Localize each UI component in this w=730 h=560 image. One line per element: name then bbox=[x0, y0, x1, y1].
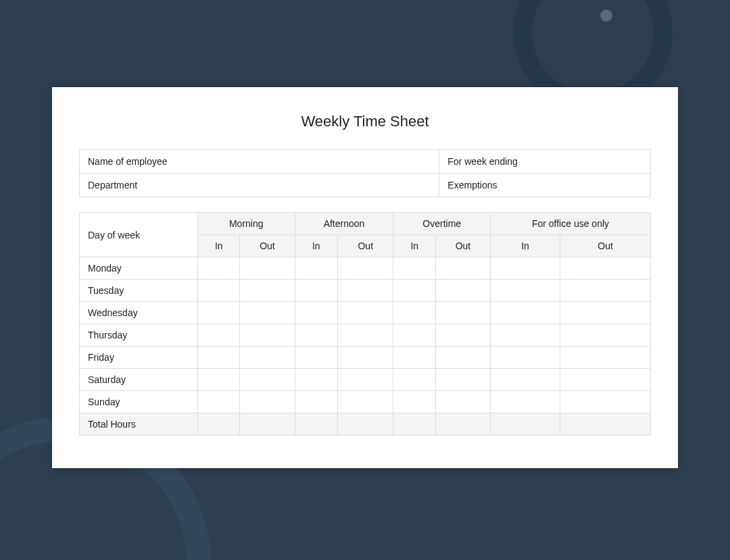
time-cell bbox=[240, 257, 295, 280]
total-row: Total Hours bbox=[80, 413, 651, 436]
timesheet-document: Weekly Time Sheet Name of employee For w… bbox=[52, 87, 678, 468]
total-cell bbox=[295, 413, 338, 436]
time-cell bbox=[393, 280, 435, 302]
time-cell bbox=[560, 302, 651, 324]
time-cell bbox=[490, 257, 560, 280]
time-cell bbox=[393, 347, 435, 369]
total-hours-label: Total Hours bbox=[80, 413, 198, 436]
office-use-header: For office use only bbox=[490, 213, 650, 235]
day-label: Thursday bbox=[80, 324, 198, 347]
day-label: Friday bbox=[80, 347, 198, 369]
total-cell bbox=[435, 413, 490, 436]
time-cell bbox=[560, 257, 651, 280]
time-cell bbox=[338, 347, 393, 369]
time-cell bbox=[295, 302, 338, 324]
total-cell bbox=[490, 413, 560, 436]
time-cell bbox=[198, 280, 240, 302]
total-cell bbox=[393, 413, 435, 436]
time-cell bbox=[338, 302, 393, 324]
time-cell bbox=[240, 391, 295, 413]
time-cell bbox=[240, 302, 295, 324]
time-cell bbox=[435, 369, 490, 391]
week-ending-cell: For week ending bbox=[439, 150, 651, 174]
time-cell bbox=[198, 391, 240, 413]
day-label: Tuesday bbox=[80, 280, 198, 302]
time-cell bbox=[393, 324, 435, 347]
table-row: Tuesday bbox=[80, 280, 651, 302]
time-cell bbox=[393, 391, 435, 413]
time-cell bbox=[338, 391, 393, 413]
time-cell bbox=[560, 280, 651, 302]
day-label: Monday bbox=[80, 257, 198, 280]
time-cell bbox=[490, 347, 560, 369]
time-cell bbox=[295, 369, 338, 391]
department-cell: Department bbox=[80, 174, 439, 197]
time-cell bbox=[295, 280, 338, 302]
time-cell bbox=[560, 369, 651, 391]
time-cell bbox=[490, 324, 560, 347]
morning-header: Morning bbox=[198, 213, 295, 235]
overtime-in-header: In bbox=[393, 235, 435, 257]
afternoon-header: Afternoon bbox=[295, 213, 393, 235]
time-cell bbox=[338, 324, 393, 347]
total-cell bbox=[560, 413, 651, 436]
time-cell bbox=[560, 324, 651, 347]
time-cell bbox=[295, 257, 338, 280]
time-cell bbox=[198, 257, 240, 280]
time-cell bbox=[490, 369, 560, 391]
employee-name-cell: Name of employee bbox=[80, 150, 439, 174]
time-cell bbox=[490, 391, 560, 413]
time-cell bbox=[490, 302, 560, 324]
table-row: Thursday bbox=[80, 324, 651, 347]
time-cell bbox=[435, 280, 490, 302]
time-cell bbox=[393, 302, 435, 324]
table-row: Monday bbox=[80, 257, 651, 280]
time-cell bbox=[560, 347, 651, 369]
day-label: Saturday bbox=[80, 369, 198, 391]
time-cell bbox=[435, 257, 490, 280]
total-cell bbox=[338, 413, 393, 436]
time-cell bbox=[393, 257, 435, 280]
table-row: Wednesday bbox=[80, 302, 651, 324]
time-cell bbox=[295, 347, 338, 369]
exemptions-cell: Exemptions bbox=[439, 174, 651, 197]
time-cell bbox=[435, 302, 490, 324]
time-cell bbox=[338, 280, 393, 302]
total-cell bbox=[198, 413, 240, 436]
time-cell bbox=[198, 302, 240, 324]
time-cell bbox=[198, 347, 240, 369]
background-dot-icon bbox=[600, 9, 612, 22]
office-in-header: In bbox=[490, 235, 560, 257]
time-cell bbox=[240, 280, 295, 302]
time-cell bbox=[560, 391, 651, 413]
info-table: Name of employee For week ending Departm… bbox=[79, 149, 651, 197]
total-cell bbox=[240, 413, 295, 436]
spacer bbox=[79, 197, 651, 212]
time-cell bbox=[393, 369, 435, 391]
table-row: Friday bbox=[80, 347, 651, 369]
time-cell bbox=[240, 324, 295, 347]
time-cell bbox=[435, 324, 490, 347]
time-table: Day of week Morning Afternoon Overtime F… bbox=[79, 212, 651, 436]
time-cell bbox=[295, 324, 338, 347]
morning-in-header: In bbox=[198, 235, 240, 257]
time-cell bbox=[240, 369, 295, 391]
office-out-header: Out bbox=[560, 235, 651, 257]
day-label: Sunday bbox=[80, 391, 198, 413]
time-cell bbox=[435, 347, 490, 369]
afternoon-in-header: In bbox=[295, 235, 338, 257]
time-cell bbox=[338, 257, 393, 280]
time-cell bbox=[198, 369, 240, 391]
time-cell bbox=[198, 324, 240, 347]
page-title: Weekly Time Sheet bbox=[79, 113, 651, 130]
table-row: Saturday bbox=[80, 369, 651, 391]
day-label: Wednesday bbox=[80, 302, 198, 324]
time-cell bbox=[435, 391, 490, 413]
time-cell bbox=[490, 280, 560, 302]
time-cell bbox=[295, 391, 338, 413]
morning-out-header: Out bbox=[240, 235, 295, 257]
overtime-out-header: Out bbox=[435, 235, 490, 257]
day-of-week-header: Day of week bbox=[80, 213, 198, 257]
time-cell bbox=[338, 369, 393, 391]
overtime-header: Overtime bbox=[393, 213, 491, 235]
